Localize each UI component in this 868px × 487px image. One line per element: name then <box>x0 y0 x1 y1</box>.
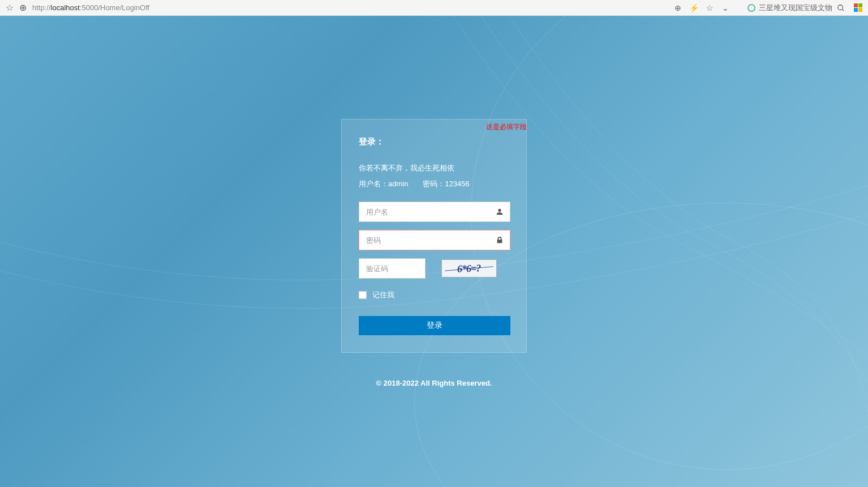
page-background: 这是必填字段 登录： 你若不离不弃，我必生死相依 用户名：admin 密码：12… <box>0 16 868 487</box>
captcha-input[interactable] <box>359 258 426 279</box>
user-icon <box>489 208 510 216</box>
microsoft-icon[interactable] <box>854 3 862 12</box>
username-input[interactable] <box>359 202 489 221</box>
login-button[interactable]: 登录 <box>359 316 510 335</box>
lock-icon <box>489 236 510 244</box>
flash-icon[interactable]: ⚡ <box>689 3 699 13</box>
captcha-text: 6*6=? <box>457 262 481 275</box>
news-circle-icon <box>747 4 755 12</box>
url-host: localhost <box>51 3 80 12</box>
remember-me-checkbox[interactable] <box>359 291 367 299</box>
captcha-image[interactable]: 6*6=? <box>441 259 497 277</box>
remember-me-label: 记住我 <box>372 290 394 300</box>
search-icon[interactable] <box>836 3 846 13</box>
captcha-row: 6*6=? <box>359 258 509 279</box>
zoom-icon[interactable]: ⊕ <box>673 3 683 13</box>
login-credentials-hint: 用户名：admin 密码：123456 <box>359 179 509 189</box>
login-title: 登录： <box>359 136 509 147</box>
url-prefix: http:// <box>32 3 51 12</box>
login-container: 这是必填字段 登录： 你若不离不弃，我必生死相依 用户名：admin 密码：12… <box>341 119 527 353</box>
url-path: :5000/Home/LoginOff <box>80 3 149 12</box>
chevron-down-icon[interactable]: ⌄ <box>720 3 731 13</box>
browser-address-bar: ☆ ⊕ http://localhost:5000/Home/LoginOff … <box>0 0 868 16</box>
login-card: 登录： 你若不离不弃，我必生死相依 用户名：admin 密码：123456 6*… <box>341 119 527 353</box>
login-subtitle: 你若不离不弃，我必生死相依 <box>359 163 509 173</box>
favorite-star-icon[interactable]: ☆ <box>6 2 14 13</box>
security-shield-icon[interactable]: ⊕ <box>19 2 27 13</box>
news-headline: 三星堆又现国宝级文物 <box>759 3 832 13</box>
validation-error-message: 这是必填字段 <box>486 122 527 132</box>
username-field-wrapper <box>359 202 510 222</box>
password-field-wrapper <box>359 230 510 250</box>
browser-left-section: ☆ ⊕ http://localhost:5000/Home/LoginOff <box>6 2 673 13</box>
url-display[interactable]: http://localhost:5000/Home/LoginOff <box>32 3 149 12</box>
browser-right-section: ⊕ ⚡ ☆ ⌄ 三星堆又现国宝级文物 <box>673 3 862 13</box>
password-input[interactable] <box>359 230 489 250</box>
bookmark-icon[interactable]: ☆ <box>704 3 715 13</box>
footer-copyright: © 2018-2022 All Rights Reserved. <box>376 379 492 387</box>
remember-me-row: 记住我 <box>359 290 509 300</box>
svg-point-0 <box>838 5 843 10</box>
news-widget[interactable]: 三星堆又现国宝级文物 <box>747 3 862 13</box>
